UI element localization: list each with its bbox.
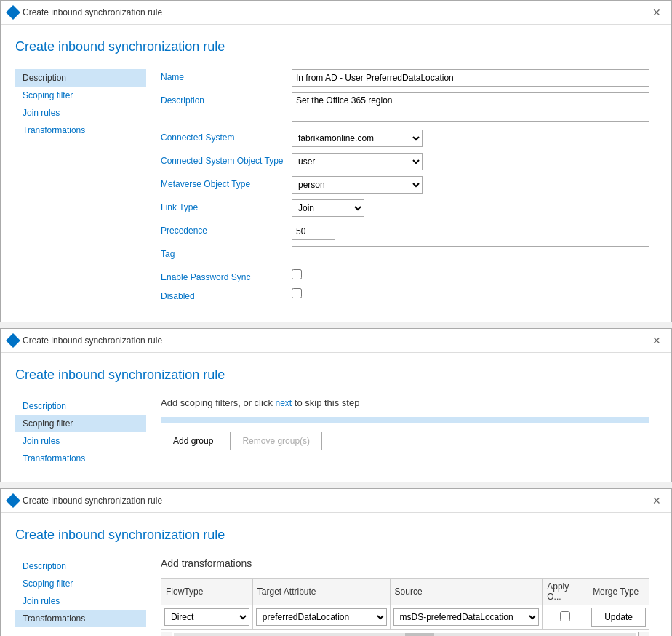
- add-transformations-title: Add transformations: [161, 557, 649, 569]
- scope-btn-row: Add group Remove group(s): [161, 432, 649, 450]
- connected-system-label: Connected System: [161, 130, 292, 143]
- sidebar-item-join-2[interactable]: Join rules: [15, 432, 146, 450]
- sidebar-item-transformations-3[interactable]: Transformations: [15, 610, 146, 627]
- cs-object-type-label: Connected System Object Type: [161, 153, 292, 166]
- target-attribute-select[interactable]: preferredDataLocation: [257, 609, 386, 625]
- scrollbar-row: ◂ ▸: [161, 629, 649, 636]
- connected-system-select[interactable]: fabrikamonline.com: [292, 130, 423, 147]
- main-layout-1: Description Scoping filter Join rules Tr…: [15, 69, 649, 307]
- col-source: Source: [390, 579, 543, 605]
- connected-system-control: fabrikamonline.com: [292, 130, 649, 147]
- tag-input[interactable]: [292, 246, 649, 263]
- main-layout-2: Description Scoping filter Join rules Tr…: [15, 397, 649, 467]
- sidebar-3: Description Scoping filter Join rules Tr…: [15, 557, 146, 636]
- app-icon-3: [6, 493, 20, 508]
- window-1: Create inbound synchronization rule ✕ Cr…: [0, 0, 672, 322]
- precedence-label: Precedence: [161, 223, 292, 236]
- close-button-3[interactable]: ✕: [649, 493, 664, 508]
- connected-system-row: Connected System fabrikamonline.com: [161, 130, 649, 147]
- close-button-1[interactable]: ✕: [649, 5, 664, 20]
- scope-progress-bar: [161, 417, 649, 423]
- tag-label: Tag: [161, 246, 292, 259]
- col-target: Target Attribute: [252, 579, 390, 605]
- precedence-row: Precedence: [161, 223, 649, 240]
- disabled-checkbox[interactable]: [292, 288, 302, 298]
- col-flowtype: FlowType: [161, 579, 253, 605]
- sidebar-1: Description Scoping filter Join rules Tr…: [15, 69, 146, 307]
- form-area-3: Add transformations FlowType Target Attr…: [146, 557, 649, 636]
- source-select[interactable]: msDS-preferredDataLocation: [394, 609, 539, 625]
- window2-content: Create inbound synchronization rule Desc…: [1, 353, 671, 482]
- app-icon-1: [6, 5, 20, 20]
- table-row: Direct Expression Constant preferredDa: [161, 605, 649, 629]
- scroll-right-btn[interactable]: ▸: [638, 632, 649, 636]
- page-title-2: Create inbound synchronization rule: [15, 367, 649, 383]
- title-bar-1: Create inbound synchronization rule ✕: [1, 1, 671, 25]
- remove-group-button[interactable]: Remove group(s): [230, 432, 322, 450]
- sidebar-item-scoping-1[interactable]: Scoping filter: [15, 87, 146, 104]
- name-input-area: [292, 69, 649, 87]
- link-type-control: Join: [292, 199, 649, 217]
- page-title-3: Create inbound synchronization rule: [15, 528, 649, 543]
- scroll-thumb: [405, 633, 434, 636]
- scope-message: Add scoping filters, or click next to sk…: [161, 397, 649, 408]
- mv-object-type-select[interactable]: person: [292, 176, 423, 194]
- form-area-1: Name Description Set the Office 365 regi…: [146, 69, 649, 307]
- next-link[interactable]: next: [276, 398, 292, 408]
- form-area-2: Add scoping filters, or click next to sk…: [146, 397, 649, 467]
- sidebar-item-transformations-1[interactable]: Transformations: [15, 122, 146, 139]
- scroll-left-btn[interactable]: ◂: [161, 632, 172, 636]
- col-applyonce: Apply O...: [543, 579, 588, 605]
- sidebar-item-scoping-3[interactable]: Scoping filter: [15, 575, 146, 592]
- window3-content: Create inbound synchronization rule Desc…: [1, 513, 671, 636]
- apply-once-checkbox[interactable]: [560, 611, 570, 621]
- apply-once-cell: [543, 605, 588, 629]
- cs-object-type-control: user: [292, 153, 649, 170]
- window-3: Create inbound synchronization rule ✕ Cr…: [0, 488, 672, 636]
- description-label: Description: [161, 92, 292, 106]
- sidebar-item-description-2[interactable]: Description: [15, 397, 146, 415]
- enable-password-row: Enable Password Sync: [161, 269, 649, 282]
- col-mergetype: Merge Type: [588, 579, 649, 605]
- add-group-button[interactable]: Add group: [161, 432, 225, 450]
- update-button[interactable]: Update: [591, 608, 646, 627]
- mv-object-type-control: person: [292, 176, 649, 194]
- title-bar-3: Create inbound synchronization rule ✕: [1, 489, 671, 513]
- enable-password-checkbox[interactable]: [292, 269, 302, 279]
- enable-password-label: Enable Password Sync: [161, 269, 292, 282]
- link-type-label: Link Type: [161, 199, 292, 212]
- window-2: Create inbound synchronization rule ✕ Cr…: [0, 328, 672, 482]
- merge-type-cell: Update: [588, 605, 649, 629]
- cs-object-type-select[interactable]: user: [292, 153, 423, 170]
- sidebar-item-transformations-2[interactable]: Transformations: [15, 450, 146, 467]
- mv-object-type-label: Metaverse Object Type: [161, 176, 292, 189]
- link-type-row: Link Type Join: [161, 199, 649, 217]
- name-input[interactable]: [292, 69, 649, 87]
- flowtype-select[interactable]: Direct Expression Constant: [165, 609, 249, 625]
- description-input-area: Set the Office 365 region: [292, 92, 649, 124]
- description-input[interactable]: Set the Office 365 region: [292, 92, 649, 122]
- window1-content: Create inbound synchronization rule Desc…: [1, 25, 671, 322]
- title-text-2: Create inbound synchronization rule: [23, 335, 645, 346]
- close-button-2[interactable]: ✕: [649, 333, 664, 348]
- title-bar-2: Create inbound synchronization rule ✕: [1, 329, 671, 353]
- main-layout-3: Description Scoping filter Join rules Tr…: [15, 557, 649, 636]
- link-type-select[interactable]: Join: [292, 199, 364, 217]
- sidebar-item-description-3[interactable]: Description: [15, 557, 146, 575]
- scroll-track[interactable]: [174, 633, 636, 636]
- sidebar-item-scoping-2[interactable]: Scoping filter: [15, 415, 146, 432]
- app-icon-2: [6, 333, 20, 348]
- sidebar-item-join-1[interactable]: Join rules: [15, 104, 146, 122]
- page-title-1: Create inbound synchronization rule: [15, 39, 649, 55]
- flowtype-cell: Direct Expression Constant: [161, 605, 253, 629]
- transformations-table: FlowType Target Attribute Source Apply O…: [161, 578, 649, 629]
- enable-password-control: [292, 269, 649, 282]
- disabled-label: Disabled: [161, 288, 292, 301]
- mv-object-type-row: Metaverse Object Type person: [161, 176, 649, 194]
- source-cell: msDS-preferredDataLocation: [390, 605, 543, 629]
- title-text-3: Create inbound synchronization rule: [23, 496, 645, 506]
- precedence-input[interactable]: [292, 223, 335, 240]
- sidebar-item-join-3[interactable]: Join rules: [15, 592, 146, 610]
- sidebar-item-description-1[interactable]: Description: [15, 69, 146, 87]
- name-label: Name: [161, 69, 292, 82]
